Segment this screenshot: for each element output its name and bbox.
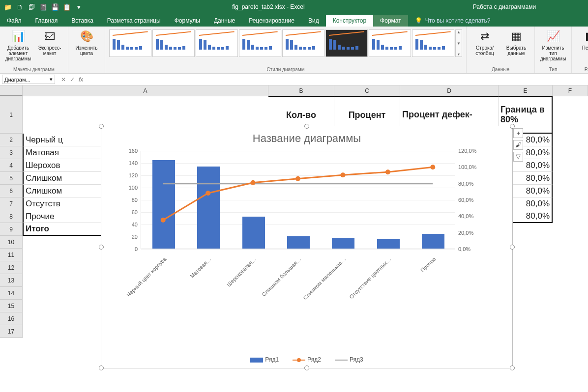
palette-icon: 🎨	[79, 28, 94, 44]
move-chart-button[interactable]: ◧Пер ди	[576, 28, 588, 51]
scroll-down-icon[interactable]: ▼	[456, 41, 462, 46]
switch-row-column-button[interactable]: ⇄Строка/ столбец	[470, 28, 499, 56]
spreadsheet-grid: A B C D E F 1 2 3 4 5 6 7 8 9 10 11 12 1…	[0, 85, 588, 338]
chart-style-4[interactable]	[239, 29, 281, 57]
col-header-E[interactable]: E	[499, 85, 553, 96]
legend-item-3[interactable]: Ряд3	[335, 356, 363, 363]
ribbon-group-styles: ▲▼▾ Стили диаграмм	[105, 27, 467, 73]
tab-chart-design[interactable]: Конструктор	[326, 15, 373, 27]
select-all-corner[interactable]	[0, 85, 23, 96]
chart-style-6[interactable]	[325, 29, 368, 57]
chart-plot: 020406080100120140160 0,0%20,0%40,0%60,0…	[121, 151, 485, 279]
tab-home[interactable]: Главная	[29, 15, 65, 27]
chevron-down-icon[interactable]: ▾	[50, 76, 53, 83]
chart-title[interactable]: Название диаграммы	[101, 126, 512, 147]
handle-ne[interactable]	[510, 124, 515, 129]
legend-swatch-bar	[250, 358, 263, 363]
col-header-C[interactable]: C	[334, 85, 400, 96]
folder-icon[interactable]: 📁	[4, 3, 12, 11]
row-headers: 1 2 3 4 5 6 7 8 9 10 11 12 13 14 15 16 1…	[0, 96, 23, 338]
row-header-12[interactable]: 12	[0, 261, 23, 274]
change-colors-button[interactable]: 🎨Изменить цвета	[72, 28, 101, 56]
row-header-7[interactable]: 7	[0, 197, 23, 210]
row-header-9[interactable]: 9	[0, 223, 23, 236]
chart-object[interactable]: ＋ 🖌 ▽ Название диаграммы 020406080100	[101, 126, 513, 368]
handle-sw[interactable]	[99, 365, 104, 370]
row-header-11[interactable]: 11	[0, 249, 23, 261]
save-icon[interactable]: 💾	[51, 3, 59, 11]
add-chart-element-button[interactable]: 📊Добавить элемент диаграммы	[4, 28, 32, 61]
tab-view[interactable]: Вид	[301, 15, 326, 27]
switch-icon: ⇄	[477, 28, 493, 44]
handle-s[interactable]	[304, 365, 309, 370]
scroll-up-icon[interactable]: ▲	[456, 30, 462, 34]
chart-style-1[interactable]	[109, 29, 151, 57]
tab-insert[interactable]: Вставка	[64, 15, 100, 27]
chart-legend[interactable]: Ряд1 Ряд2 Ряд3	[101, 356, 512, 363]
formula-input[interactable]	[87, 79, 588, 81]
tab-review[interactable]: Рецензирование	[242, 15, 301, 27]
category-label-3: Слишком большая…	[249, 256, 302, 308]
handle-se[interactable]	[510, 365, 515, 370]
row-header-10[interactable]: 10	[0, 236, 23, 249]
tab-file[interactable]: Файл	[0, 15, 29, 27]
ribbon-tabs: Файл Главная Вставка Разметка страницы Ф…	[0, 14, 588, 27]
open-icon[interactable]: 🗐	[28, 3, 35, 11]
row-header-5[interactable]: 5	[0, 172, 23, 185]
row-header-2[interactable]: 2	[0, 134, 23, 146]
legend-item-2[interactable]: Ряд2	[293, 356, 321, 363]
chart-filters-button[interactable]: ▽	[513, 152, 523, 162]
scroll-more-icon[interactable]: ▾	[456, 52, 462, 56]
tab-data[interactable]: Данные	[207, 15, 242, 27]
new-icon[interactable]: 🗋	[16, 3, 24, 11]
legend-label-1: Ряд1	[265, 356, 279, 363]
tab-chart-format[interactable]: Формат	[373, 15, 408, 27]
row-header-14[interactable]: 14	[0, 287, 23, 300]
legend-label-3: Ряд3	[350, 356, 363, 363]
tab-page-layout[interactable]: Разметка страницы	[100, 15, 168, 27]
chart-style-5[interactable]	[282, 29, 324, 57]
row-header-1[interactable]: 1	[0, 96, 23, 134]
ribbon: 📊Добавить элемент диаграммы 🗠Экспресс-ма…	[0, 27, 588, 74]
book-icon[interactable]: 📓	[39, 3, 47, 11]
handle-n[interactable]	[304, 124, 309, 129]
handle-nw[interactable]	[99, 124, 104, 129]
cells-area[interactable]: Кол-во Процент Процент дефек- Граница в …	[23, 96, 588, 338]
tab-formulas[interactable]: Формулы	[168, 15, 207, 27]
col-header-A[interactable]: A	[23, 85, 268, 96]
chart-styles-button[interactable]: 🖌	[513, 140, 523, 150]
chart-style-8[interactable]	[412, 29, 454, 57]
handle-e[interactable]	[510, 245, 515, 250]
col-header-D[interactable]: D	[400, 85, 499, 96]
row-header-4[interactable]: 4	[0, 159, 23, 172]
enter-icon[interactable]: ✓	[70, 76, 75, 83]
name-box[interactable]: Диаграм...▾	[2, 75, 55, 84]
select-data-button[interactable]: ▦Выбрать данные	[502, 28, 530, 56]
row-header-16[interactable]: 16	[0, 312, 23, 325]
row-header-13[interactable]: 13	[0, 274, 23, 287]
fx-icon[interactable]: fx	[79, 76, 83, 83]
cancel-icon[interactable]: ✕	[61, 76, 66, 83]
paste-icon[interactable]: 📋	[63, 3, 71, 11]
row-header-6[interactable]: 6	[0, 185, 23, 197]
col-header-B[interactable]: B	[268, 85, 334, 96]
row-header-15[interactable]: 15	[0, 300, 23, 312]
chart-elements-button[interactable]: ＋	[513, 128, 523, 138]
name-box-value: Диаграм...	[4, 77, 30, 83]
row-header-17[interactable]: 17	[0, 325, 23, 338]
handle-w[interactable]	[99, 245, 104, 250]
chart-style-2[interactable]	[152, 29, 195, 57]
change-chart-type-button[interactable]: 📈Изменить тип диаграммы	[539, 28, 567, 61]
tell-me-search[interactable]: 💡Что вы хотите сделать?	[408, 15, 498, 27]
col-header-F[interactable]: F	[553, 85, 588, 96]
chart-styles-gallery: ▲▼▾	[109, 28, 462, 58]
qat-more-icon[interactable]: ▾	[75, 3, 83, 11]
chart-style-7[interactable]	[369, 29, 411, 57]
row-header-8[interactable]: 8	[0, 210, 23, 223]
row-header-3[interactable]: 3	[0, 146, 23, 159]
category-label-2: Шероховатая…	[205, 256, 257, 308]
chart-style-3[interactable]	[196, 29, 238, 57]
styles-gallery-scroll[interactable]: ▲▼▾	[455, 29, 462, 57]
quick-layout-button[interactable]: 🗠Экспресс-макет	[35, 28, 64, 56]
legend-item-1[interactable]: Ряд1	[250, 356, 279, 363]
